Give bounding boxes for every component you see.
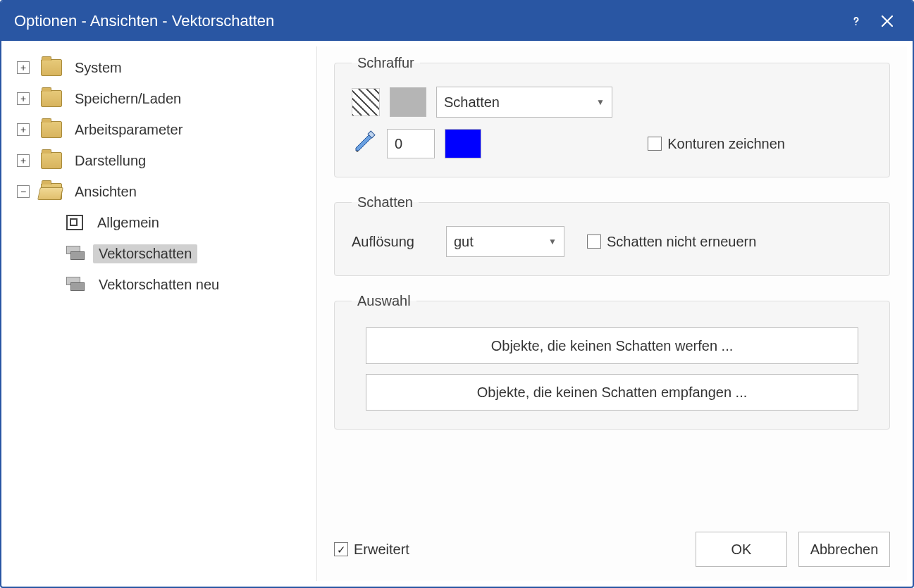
group-auswahl: Auswahl Objekte, die keinen Schatten wer… — [334, 293, 890, 430]
button-label: Abbrechen — [810, 542, 879, 558]
expand-icon[interactable]: + — [17, 92, 30, 105]
checkbox-box — [648, 137, 662, 151]
dropdown-value: gut — [454, 234, 541, 250]
checkbox-label: Schatten nicht erneuern — [607, 234, 756, 250]
window-title: Optionen - Ansichten - Vektorschatten — [14, 12, 841, 30]
page-icon — [66, 215, 83, 230]
draw-contours-checkbox[interactable]: Konturen zeichnen — [648, 136, 785, 152]
collapse-icon[interactable]: − — [17, 185, 30, 198]
chevron-down-icon: ▼ — [548, 237, 557, 246]
category-tree: + System + Speichern/Laden + — [7, 46, 317, 581]
tree-item-arbeitsparameter[interactable]: + Arbeitsparameter — [17, 114, 316, 145]
tree-item-vektorschatten-neu[interactable]: Vektorschatten neu — [66, 269, 316, 300]
objects-no-cast-button[interactable]: Objekte, die keinen Schatten werfen ... — [366, 327, 858, 364]
input-value: 0 — [395, 136, 402, 152]
close-button[interactable] — [872, 6, 903, 37]
cubes-icon — [66, 277, 85, 292]
extended-checkbox[interactable]: Erweitert — [334, 542, 409, 558]
chevron-down-icon: ▼ — [596, 97, 605, 107]
no-refresh-checkbox[interactable]: Schatten nicht erneuern — [587, 234, 756, 250]
group-schatten: Schatten Auflösung gut ▼ Schatten nicht … — [334, 194, 890, 276]
expand-icon[interactable]: + — [17, 154, 30, 167]
folder-icon — [41, 90, 62, 107]
tree-item-vektorschatten[interactable]: Vektorschatten — [66, 238, 316, 269]
tree-label: Speichern/Laden — [69, 89, 187, 108]
group-legend: Schraffur — [352, 55, 420, 71]
objects-no-receive-button[interactable]: Objekte, die keinen Schatten empfangen .… — [366, 374, 858, 411]
button-label: Objekte, die keinen Schatten empfangen .… — [477, 384, 748, 401]
titlebar: Optionen - Ansichten - Vektorschatten — [1, 1, 913, 41]
tree-label: Vektorschatten neu — [93, 275, 225, 294]
tree-item-darstellung[interactable]: + Darstellung — [17, 145, 316, 176]
tree-item-allgemein[interactable]: Allgemein — [66, 207, 316, 238]
folder-open-icon — [41, 183, 62, 200]
button-label: OK — [731, 542, 752, 558]
group-legend: Auswahl — [352, 293, 416, 309]
pen-color-swatch[interactable] — [445, 129, 481, 158]
fill-color-swatch[interactable] — [390, 87, 426, 117]
layer-dropdown[interactable]: Schatten ▼ — [436, 87, 612, 118]
cancel-button[interactable]: Abbrechen — [798, 532, 890, 567]
pen-width-input[interactable]: 0 — [387, 129, 435, 158]
tree-item-system[interactable]: + System — [17, 52, 316, 83]
tree-item-speichern-laden[interactable]: + Speichern/Laden — [17, 83, 316, 114]
options-dialog: Optionen - Ansichten - Vektorschatten + … — [0, 0, 914, 588]
resolution-label: Auflösung — [352, 234, 436, 250]
group-schraffur: Schraffur Schatten ▼ 0 — [334, 55, 890, 177]
cubes-icon — [66, 246, 85, 261]
checkbox-label: Konturen zeichnen — [667, 136, 785, 152]
resolution-dropdown[interactable]: gut ▼ — [446, 226, 564, 257]
svg-marker-4 — [356, 151, 359, 152]
folder-icon — [41, 121, 62, 138]
folder-icon — [41, 59, 62, 76]
tree-label: Allgemein — [92, 213, 165, 232]
ok-button[interactable]: OK — [696, 532, 787, 567]
tree-label: Darstellung — [69, 151, 152, 170]
pencil-icon[interactable] — [352, 130, 377, 158]
expand-icon[interactable]: + — [17, 123, 30, 136]
help-button[interactable] — [841, 6, 872, 37]
expand-icon[interactable]: + — [17, 61, 30, 74]
tree-item-ansichten[interactable]: − Ansichten — [17, 176, 316, 207]
button-label: Objekte, die keinen Schatten werfen ... — [491, 338, 734, 354]
tree-label: Ansichten — [69, 182, 142, 201]
hatch-icon[interactable] — [352, 88, 380, 116]
svg-point-0 — [856, 24, 857, 25]
tree-label: Vektorschatten — [93, 244, 197, 263]
dialog-footer: Erweitert OK Abbrechen — [334, 527, 890, 567]
checkbox-box — [334, 542, 348, 556]
group-legend: Schatten — [352, 194, 419, 211]
checkbox-label: Erweitert — [354, 542, 409, 558]
settings-panel: Schraffur Schatten ▼ 0 — [317, 46, 907, 581]
tree-label: System — [69, 58, 128, 77]
dropdown-value: Schatten — [444, 94, 589, 111]
tree-label: Arbeitsparameter — [69, 120, 188, 139]
folder-icon — [41, 152, 62, 169]
checkbox-box — [587, 234, 601, 249]
